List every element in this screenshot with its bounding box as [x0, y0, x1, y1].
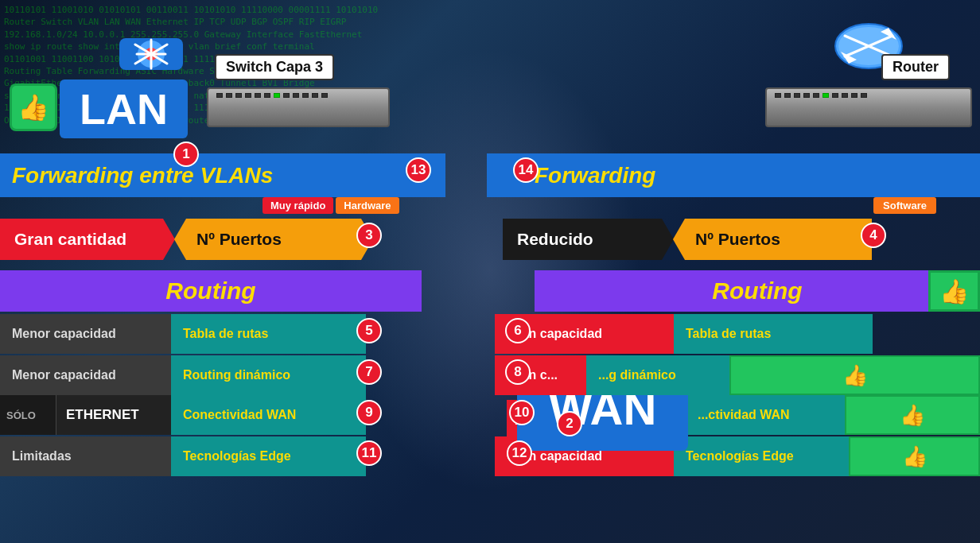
switch-capa3-label: Switch Capa 3 — [215, 54, 334, 80]
table-row-2-right: Gran c... ...g dinámico 👍 — [495, 355, 980, 395]
switch-device-left — [207, 87, 390, 127]
routing-thumbs-up-icon: 👍 — [928, 270, 980, 312]
badge-14: 14 — [513, 157, 539, 183]
badge-2: 2 — [557, 411, 582, 436]
tabla-rutas-1-cell: Tabla de rutas — [171, 314, 366, 354]
forwarding-left-row: Forwarding entre VLANs — [0, 153, 445, 197]
puerto-row-right: Reducido Nº Puertos — [503, 219, 980, 260]
badge-12: 12 — [507, 440, 532, 466]
conectividad-wan-right-cell: ...ctividad WAN — [686, 395, 845, 435]
gran-cantidad-cell: Gran cantidad — [0, 219, 175, 260]
table-row-1-right: Gran capacidad Tabla de rutas — [495, 314, 980, 354]
hardware-tag: Hardware — [336, 197, 399, 214]
tec-edge-left-cell: Tecnologías Edge — [171, 436, 366, 476]
badge-1: 1 — [173, 142, 199, 167]
routing-dinamico-right-cell: ...g dinámico — [586, 355, 729, 395]
conectividad-wan-left-cell: Conectividad WAN — [171, 395, 366, 435]
table-row-3-left: SÓLO ETHERNET Conectividad WAN — [0, 395, 461, 435]
table-row-1-left: Menor capacidad Tabla de rutas — [0, 314, 461, 354]
speed-tags-left: Muy rápido Hardware — [262, 197, 399, 214]
badge-11: 11 — [356, 440, 382, 466]
routing-dinamico-1-cell: Routing dinámico — [171, 355, 366, 395]
table-row-4-left: Limitadas Tecnologías Edge — [0, 436, 461, 476]
tabla-rutas-right-1-cell: Tabla de rutas — [674, 314, 873, 354]
software-tag: Software — [873, 197, 936, 214]
badge-6: 6 — [505, 318, 531, 343]
npuertos-cell-left: Nº Puertos — [174, 219, 373, 260]
badge-13: 13 — [406, 157, 431, 183]
badge-4: 4 — [861, 223, 886, 248]
forwarding-right-text: Forwarding — [535, 163, 655, 188]
badge-8: 8 — [505, 359, 531, 385]
table-row-2-left: Menor capacidad Routing dinámico — [0, 355, 461, 395]
badge-7: 7 — [356, 359, 382, 385]
switch-capa3-icon — [115, 14, 187, 82]
badge-10: 10 — [509, 400, 535, 425]
solo-cell: SÓLO — [0, 395, 56, 435]
routing-right-text: Routing — [712, 277, 802, 304]
routing-left-text: Routing — [165, 277, 255, 304]
muy-rapido-tag: Muy rápido — [262, 197, 333, 214]
lan-label: LAN — [60, 80, 188, 138]
lan-thumbs-up-icon: 👍 — [10, 83, 57, 131]
thumbs-row4-icon: 👍 — [849, 436, 980, 476]
forwarding-left-text: Forwarding entre VLANs — [12, 163, 273, 188]
forwarding-right-row: Forwarding — [487, 153, 980, 197]
router-device-right — [765, 87, 972, 127]
badge-9: 9 — [356, 400, 382, 425]
limitadas-cell: Limitadas — [0, 436, 171, 476]
menor-capacidad-2-cell: Menor capacidad — [0, 355, 171, 395]
menor-capacidad-1-cell: Menor capacidad — [0, 314, 171, 354]
thumbs-row3-icon: 👍 — [845, 395, 980, 435]
npuertos-cell-right: Nº Puertos — [673, 219, 872, 260]
thumbs-row2-icon: 👍 — [729, 355, 980, 395]
puerto-row-left: Gran cantidad Nº Puertos — [0, 219, 453, 260]
table-row-3-right: ...ctividad WAN 👍 — [686, 395, 980, 435]
tec-edge-right-cell: Tecnologías Edge — [674, 436, 849, 476]
router-label: Router — [881, 54, 950, 80]
routing-row-right: Routing — [535, 270, 980, 312]
main-overlay: Switch Capa 3 Router — [0, 0, 980, 543]
ethernet-cell: ETHERNET — [56, 395, 171, 435]
badge-5: 5 — [356, 318, 382, 343]
badge-3: 3 — [356, 223, 382, 248]
reducido-cell: Reducido — [503, 219, 674, 260]
routing-row-left: Routing — [0, 270, 422, 312]
